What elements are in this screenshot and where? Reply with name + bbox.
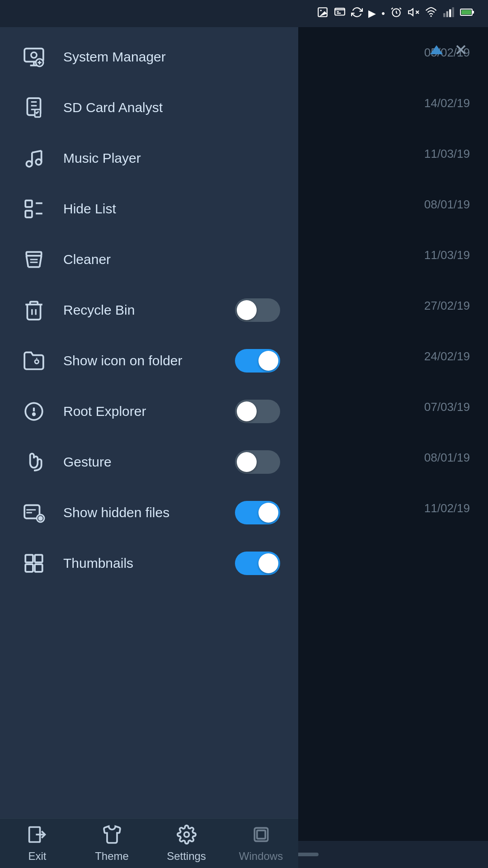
nav-item-settings[interactable]: Settings [149,819,224,868]
date-item: 27/02/19 [294,280,488,331]
date-list: 05/02/1914/02/1911/03/1908/01/1911/03/19… [294,27,488,823]
bottom-nav: ExitThemeSettingsWindows [0,818,298,868]
menu-item-show-hidden-files[interactable]: Show hidden files [0,487,298,538]
svg-line-37 [32,151,42,152]
gesture-toggle[interactable] [235,450,280,474]
nav-exit-icon [28,825,47,846]
drawer: System ManagerSD Card AnalystMusic Playe… [0,27,298,868]
nav-item-windows[interactable]: Windows [224,819,298,868]
menu-item-system-manager[interactable]: System Manager [0,32,298,82]
show-icon-on-folder-toggle-thumb [258,351,278,371]
root-explorer-toggle[interactable] [235,400,280,423]
alarm-icon [390,6,402,21]
menu-item-music-player[interactable]: Music Player [0,133,298,184]
show-icon-on-folder-toggle[interactable] [235,349,280,373]
date-item: 11/03/19 [294,128,488,179]
svg-rect-69 [257,830,265,838]
nav-item-theme[interactable]: Theme [75,819,149,868]
signal-icon [443,6,455,21]
image-icon [317,6,328,21]
gesture-toggle-thumb [237,452,257,472]
svg-line-45 [40,256,42,267]
show-hidden-files-label: Show hidden files [63,505,235,520]
gesture-icon [18,446,50,478]
svg-rect-61 [25,555,33,562]
svg-rect-40 [25,211,32,217]
menu-item-thumbnails[interactable]: Thumbnails [0,538,298,589]
recycle-bin-icon [18,294,50,326]
svg-point-58 [39,517,42,519]
menu-item-gesture[interactable]: Gesture [0,437,298,487]
svg-point-23 [31,52,37,58]
thumbnails-toggle[interactable] [235,552,280,575]
status-icons: ▶ • [317,6,474,21]
thumbnails-label: Thumbnails [63,556,235,571]
recycle-bin-toggle[interactable] [235,298,280,322]
show-icon-on-folder-label: Show icon on folder [63,353,235,368]
date-item: 11/02/19 [294,483,488,533]
menu-item-root-explorer[interactable]: Root Explorer [0,386,298,437]
menu-item-cleaner[interactable]: Cleaner [0,234,298,285]
recycle-bin-toggle-thumb [237,300,257,320]
battery-icon [460,6,474,21]
svg-rect-14 [446,11,448,17]
thumbnails-toggle-thumb [258,553,278,573]
recycle-bin-label: Recycle Bin [63,302,235,318]
nav-windows-icon [251,825,271,846]
status-bar: ▶ • [0,0,488,27]
hide-list-icon [18,193,50,225]
show-hidden-files-toggle-thumb [258,503,278,523]
show-hidden-files-toggle[interactable] [235,501,280,524]
svg-rect-64 [35,564,42,572]
date-item: 14/02/19 [294,78,488,128]
svg-rect-15 [449,9,451,17]
svg-point-51 [35,360,38,363]
root-explorer-toggle-thumb [237,401,257,421]
cleaner-icon [18,244,50,275]
svg-rect-16 [452,7,454,17]
svg-marker-9 [408,9,413,15]
date-item: 08/01/19 [294,179,488,230]
svg-rect-43 [26,252,41,255]
svg-rect-39 [25,200,32,207]
svg-rect-63 [25,564,33,572]
menu-item-recycle-bin[interactable]: Recycle Bin [0,285,298,335]
date-item: 24/02/19 [294,331,488,382]
menu-item-hide-list[interactable]: Hide List [0,184,298,234]
svg-point-67 [184,832,189,837]
svg-point-12 [430,15,432,17]
menu-item-show-icon-on-folder[interactable]: Show icon on folder [0,335,298,386]
nav-item-exit[interactable]: Exit [0,819,75,868]
date-item: 08/01/19 [294,432,488,483]
cleaner-label: Cleaner [63,252,280,267]
show-icon-on-folder-icon [18,345,50,377]
sd-card-analyst-icon [18,92,50,123]
svg-rect-62 [35,555,42,562]
nav-exit-label: Exit [28,850,46,863]
hide-list-label: Hide List [63,201,280,217]
music-player-icon [18,142,50,174]
close-button[interactable] [447,36,474,63]
wifi-icon [425,6,437,21]
nav-windows-label: Windows [239,850,283,863]
nav-settings-icon [177,825,197,846]
sync-icon [351,6,363,21]
date-item: 11/03/19 [294,230,488,280]
nav-theme-label: Theme [95,850,129,863]
dot-icon: • [381,8,385,19]
sd-card-analyst-label: SD Card Analyst [63,100,280,115]
message-icon [334,6,346,21]
music-player-label: Music Player [63,151,280,166]
svg-line-8 [400,8,401,9]
root-explorer-label: Root Explorer [63,404,235,419]
svg-line-44 [26,256,28,267]
gesture-label: Gesture [63,454,235,470]
date-item: 07/03/19 [294,382,488,432]
svg-rect-19 [472,11,474,14]
svg-point-1 [320,10,322,11]
nav-theme-icon [102,825,122,846]
menu-item-sd-card-analyst[interactable]: SD Card Analyst [0,82,298,133]
system-manager-icon [18,41,50,73]
show-hidden-files-icon [18,497,50,528]
thumbnails-icon [18,547,50,579]
